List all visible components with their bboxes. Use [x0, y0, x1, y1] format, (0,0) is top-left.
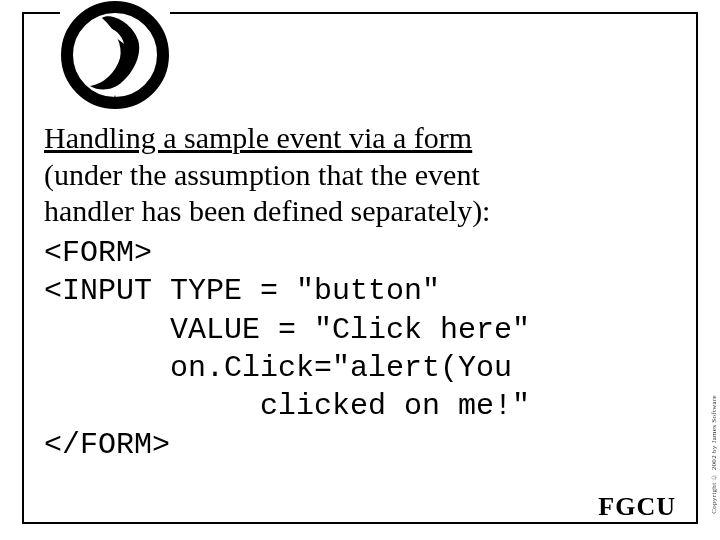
code-line: <FORM>: [44, 236, 152, 270]
eagle-logo: [60, 0, 170, 110]
code-block: <FORM> <INPUT TYPE = "button" VALUE = "C…: [44, 234, 676, 464]
footer-brand: FGCU: [594, 492, 680, 522]
slide-heading: Handling a sample event via a form (unde…: [44, 120, 676, 230]
heading-sub-line2: handler has been defined separately):: [44, 194, 490, 227]
heading-title: Handling a sample event via a form: [44, 121, 472, 154]
slide-content: Handling a sample event via a form (unde…: [44, 120, 676, 464]
code-line: </FORM>: [44, 428, 170, 462]
copyright-text: Copyright © 2002 by James Software: [710, 395, 718, 514]
code-line: on.Click="alert(You: [44, 351, 512, 385]
code-line: clicked on me!": [44, 389, 530, 423]
heading-sub-line1: (under the assumption that the event: [44, 158, 480, 191]
code-line: <INPUT TYPE = "button": [44, 274, 440, 308]
code-line: VALUE = "Click here": [44, 313, 530, 347]
